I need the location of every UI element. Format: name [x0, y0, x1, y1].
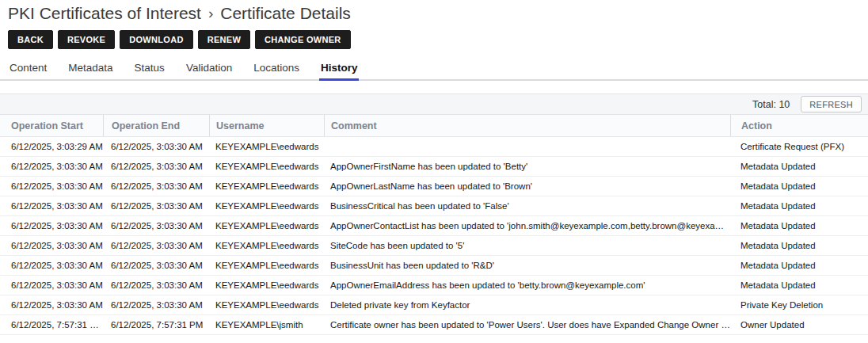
- history-row: 6/12/2025, 3:03:30 AM6/12/2025, 3:03:30 …: [0, 236, 868, 256]
- tab-metadata[interactable]: Metadata: [67, 59, 114, 81]
- cell-comment: Certificate owner has been updated to 'P…: [324, 320, 730, 330]
- change-owner-button[interactable]: CHANGE OWNER: [255, 30, 351, 49]
- history-row: 6/12/2025, 3:03:30 AM6/12/2025, 3:03:30 …: [0, 216, 868, 236]
- cell-operation-start: 6/12/2025, 3:03:30 AM: [0, 201, 103, 211]
- cell-username: KEYEXAMPLE\jsmith: [209, 320, 324, 330]
- cell-username: KEYEXAMPLE\eedwards: [209, 201, 324, 211]
- cell-action: Metadata Updated: [730, 241, 868, 250]
- cell-operation-end: 6/12/2025, 7:57:31 PM: [103, 320, 209, 330]
- breadcrumb: PKI Certificates of Interest › Certifica…: [8, 2, 868, 24]
- cell-action: Metadata Updated: [730, 162, 868, 171]
- cell-username: KEYEXAMPLE\eedwards: [209, 181, 324, 191]
- cell-operation-end: 6/12/2025, 3:03:30 AM: [103, 241, 209, 250]
- cell-username: KEYEXAMPLE\eedwards: [209, 261, 324, 270]
- cell-operation-end: 6/12/2025, 3:03:30 AM: [103, 142, 209, 151]
- renew-button[interactable]: RENEW: [198, 30, 250, 49]
- cell-operation-start: 6/12/2025, 3:03:30 AM: [0, 181, 103, 191]
- cell-username: KEYEXAMPLE\eedwards: [209, 142, 324, 151]
- grid-footer: [0, 335, 868, 343]
- back-button[interactable]: BACK: [8, 30, 53, 49]
- revoke-button[interactable]: REVOKE: [58, 30, 115, 49]
- cell-username: KEYEXAMPLE\eedwards: [209, 300, 324, 310]
- cell-action: Metadata Updated: [730, 201, 868, 211]
- cell-operation-start: 6/12/2025, 3:03:29 AM: [0, 142, 103, 151]
- breadcrumb-parent[interactable]: PKI Certificates of Interest: [8, 2, 201, 24]
- page-title: Certificate Details: [220, 2, 351, 24]
- cell-action: Metadata Updated: [730, 221, 868, 231]
- column-header-comment[interactable]: Comment: [324, 115, 730, 136]
- grid-toolbar: Total: 10 REFRESH: [0, 93, 868, 115]
- cell-action: Owner Updated: [730, 320, 868, 330]
- cell-operation-start: 6/12/2025, 3:03:30 AM: [0, 280, 103, 290]
- history-row: 6/12/2025, 3:03:30 AM6/12/2025, 3:03:30 …: [0, 177, 868, 196]
- history-grid: Total: 10 REFRESH Operation StartOperati…: [0, 93, 868, 343]
- cell-operation-end: 6/12/2025, 3:03:30 AM: [103, 300, 209, 310]
- cell-action: Metadata Updated: [730, 261, 868, 270]
- cell-operation-start: 6/12/2025, 3:03:30 AM: [0, 221, 103, 231]
- history-row: 6/12/2025, 7:57:31 PM6/12/2025, 7:57:31 …: [0, 315, 868, 335]
- cell-action: Metadata Updated: [730, 181, 868, 191]
- history-row: 6/12/2025, 3:03:30 AM6/12/2025, 3:03:30 …: [0, 196, 868, 216]
- action-button-row: BACKREVOKEDOWNLOADRENEWCHANGE OWNER: [8, 30, 868, 49]
- grid-header-row: Operation StartOperation EndUsernameComm…: [0, 115, 868, 137]
- column-header-action[interactable]: Action: [730, 115, 868, 136]
- download-button[interactable]: DOWNLOAD: [120, 30, 192, 49]
- cell-username: KEYEXAMPLE\eedwards: [209, 241, 324, 250]
- history-row: 6/12/2025, 3:03:30 AM6/12/2025, 3:03:30 …: [0, 276, 868, 295]
- cell-comment: SiteCode has been updated to '5': [324, 241, 730, 250]
- cell-comment: BusinessUnit has been updated to 'R&D': [324, 261, 730, 270]
- cell-comment: AppOwnerContactList has been updated to …: [324, 221, 730, 231]
- cell-operation-start: 6/12/2025, 3:03:30 AM: [0, 300, 103, 310]
- cell-operation-start: 6/12/2025, 3:03:30 AM: [0, 241, 103, 250]
- total-count: Total: 10: [752, 99, 790, 110]
- cell-comment: AppOwnerLastName has been updated to 'Br…: [324, 181, 730, 191]
- cell-action: Metadata Updated: [730, 280, 868, 290]
- history-row: 6/12/2025, 3:03:30 AM6/12/2025, 3:03:30 …: [0, 256, 868, 276]
- cell-action: Private Key Deletion: [730, 300, 868, 310]
- column-header-operation-end[interactable]: Operation End: [103, 115, 209, 136]
- history-row: 6/12/2025, 3:03:30 AM6/12/2025, 3:03:30 …: [0, 157, 868, 177]
- tab-bar: ContentMetadataStatusValidationLocations…: [0, 59, 868, 81]
- cell-comment: AppOwnerFirstName has been updated to 'B…: [324, 162, 730, 171]
- tab-content[interactable]: Content: [8, 59, 48, 81]
- cell-comment: AppOwnerEmailAddress has been updated to…: [324, 280, 730, 290]
- tab-validation[interactable]: Validation: [185, 59, 234, 81]
- cell-username: KEYEXAMPLE\eedwards: [209, 221, 324, 231]
- cell-comment: BusinessCritical has been updated to 'Fa…: [324, 201, 730, 211]
- cell-comment: Deleted private key from Keyfactor: [324, 300, 730, 310]
- refresh-button[interactable]: REFRESH: [801, 96, 862, 112]
- cell-operation-end: 6/12/2025, 3:03:30 AM: [103, 221, 209, 231]
- tab-status[interactable]: Status: [133, 59, 166, 81]
- cell-username: KEYEXAMPLE\eedwards: [209, 162, 324, 171]
- cell-operation-end: 6/12/2025, 3:03:30 AM: [103, 261, 209, 270]
- cell-operation-start: 6/12/2025, 3:03:30 AM: [0, 162, 103, 171]
- tab-history[interactable]: History: [319, 59, 360, 81]
- column-header-username[interactable]: Username: [209, 115, 324, 136]
- grid-body: 6/12/2025, 3:03:29 AM6/12/2025, 3:03:30 …: [0, 137, 868, 335]
- cell-operation-end: 6/12/2025, 3:03:30 AM: [103, 201, 209, 211]
- cell-action: Certificate Request (PFX): [730, 142, 868, 151]
- cell-username: KEYEXAMPLE\eedwards: [209, 280, 324, 290]
- history-row: 6/12/2025, 3:03:30 AM6/12/2025, 3:03:30 …: [0, 295, 868, 315]
- cell-operation-end: 6/12/2025, 3:03:30 AM: [103, 181, 209, 191]
- history-row: 6/12/2025, 3:03:29 AM6/12/2025, 3:03:30 …: [0, 137, 868, 157]
- chevron-right-icon: ›: [208, 2, 213, 24]
- cell-operation-start: 6/12/2025, 7:57:31 PM: [0, 320, 103, 330]
- column-header-operation-start[interactable]: Operation Start: [0, 115, 103, 136]
- tab-locations[interactable]: Locations: [252, 59, 301, 81]
- cell-operation-end: 6/12/2025, 3:03:30 AM: [103, 280, 209, 290]
- cell-operation-start: 6/12/2025, 3:03:30 AM: [0, 261, 103, 270]
- cell-operation-end: 6/12/2025, 3:03:30 AM: [103, 162, 209, 171]
